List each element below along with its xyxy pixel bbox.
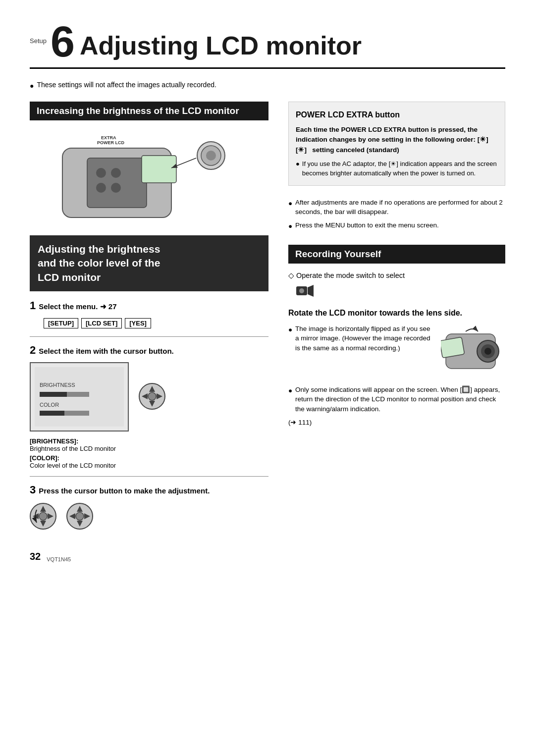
step1-number: 1 [30, 299, 36, 312]
step2-row: 2 Select the item with the cursor button… [30, 344, 268, 359]
operate-text: Operate the mode switch to select [296, 271, 405, 279]
chapter-number-block: Setup 6 [30, 20, 75, 63]
power-lcd-bullet-text: If you use the AC adaptor, the [☀] indic… [302, 159, 498, 178]
power-lcd-box: POWER LCD EXTRA button Each time the POW… [288, 102, 505, 186]
step1-ref: ➜ 27 [100, 302, 117, 311]
step1-row: 1 Select the menu. ➜ 27 [30, 299, 268, 315]
step2-label: Select the item with the cursor button. [39, 347, 174, 355]
svg-point-4 [111, 168, 121, 178]
svg-rect-2 [142, 156, 176, 183]
setup-box-setup: [SETUP] [44, 318, 78, 328]
step1-label: Select the menu. ➜ 27 [39, 302, 116, 311]
brightness-desc: Brightness of the LCD monitor [30, 445, 116, 452]
r-bullet-dot-1: ● [288, 325, 292, 335]
setup-label: Setup [30, 37, 47, 45]
svg-rect-17 [40, 392, 67, 397]
section-adjusting-title: Adjusting the brightnessand the color le… [38, 243, 160, 283]
setup-box-lcdset: [LCD SET] [81, 318, 122, 328]
svg-rect-44 [441, 337, 465, 358]
svg-point-42 [299, 288, 304, 293]
step3-number: 3 [30, 484, 36, 496]
bullet-dot: ● [30, 82, 34, 90]
lcd-color-label: [COLOR]: Color level of the LCD monitor [30, 454, 268, 469]
operate-instruction: ◇ Operate the mode switch to select [288, 271, 505, 279]
recording-header: Recording Yourself [288, 245, 505, 264]
recording-bullets-col: ● The image is horizontally flipped as i… [288, 324, 431, 357]
lcd-brightness-label: [BRIGHTNESS]: Brightness of the LCD moni… [30, 437, 268, 452]
lcd-screen-box: BRIGHTNESS COLOR [30, 362, 129, 432]
svg-point-6 [111, 183, 121, 193]
svg-text:POWER LCD: POWER LCD [97, 140, 124, 145]
svg-point-26 [148, 392, 156, 400]
recording-title: Recording Yourself [295, 249, 381, 259]
recording-bullet-1-text: The image is horizontally flipped as if … [295, 324, 431, 353]
page-title: Adjusting LCD monitor [80, 31, 362, 60]
chapter-number: 6 [51, 20, 75, 63]
r-bullet-dot-2: ● [288, 386, 292, 396]
intro-text: These settings will not affect the image… [37, 81, 216, 89]
section-brightness-title: Increasing the brightness of the LCD mon… [37, 106, 239, 116]
section-brightness-header: Increasing the brightness of the LCD mon… [30, 102, 268, 120]
recording-extra-bullets: ● Only some indications will appear on t… [288, 385, 505, 427]
right-column: POWER LCD EXTRA button Each time the POW… [288, 102, 505, 562]
power-lcd-bullet-dot: ● [296, 159, 300, 169]
recording-bullet-1: ● The image is horizontally flipped as i… [288, 324, 431, 353]
separator2 [30, 476, 268, 477]
adjusting-bullet-2-text: Press the MENU button to exit the menu s… [295, 220, 439, 230]
lcd-screen-svg: BRIGHTNESS COLOR [35, 367, 124, 427]
svg-point-3 [96, 168, 106, 178]
svg-rect-1 [87, 158, 147, 208]
setup-box-yes: [YES] [125, 318, 151, 328]
brightness-label-bold: [BRIGHTNESS]: [30, 437, 78, 445]
main-content: Increasing the brightness of the LCD mon… [30, 102, 505, 562]
left-column: Increasing the brightness of the LCD mon… [30, 102, 268, 562]
diamond-icon: ◇ [288, 271, 294, 279]
svg-rect-20 [40, 411, 64, 416]
bullet-dot-1: ● [288, 199, 292, 209]
step1-text: Select the menu. [39, 302, 98, 311]
rotate-text: Rotate the LCD monitor towards the lens … [288, 309, 462, 317]
adjusting-bullets-area: ● After adjustments are made if no opera… [288, 198, 505, 231]
recording-ref: (➜ 111) [288, 418, 505, 428]
camera-illustration-brightness: POWER LCD EXTRA [30, 128, 268, 227]
intro-bullet: ● These settings will not affect the ima… [30, 81, 505, 90]
power-lcd-title: POWER LCD EXTRA button [296, 109, 498, 121]
svg-point-47 [484, 348, 491, 355]
step2-number: 2 [30, 344, 36, 357]
color-label-bold: [COLOR]: [30, 454, 59, 462]
separator1 [30, 336, 268, 337]
svg-text:EXTRA: EXTRA [101, 135, 116, 140]
step3-label: Press the cursor button to make the adju… [39, 486, 210, 495]
svg-point-13 [206, 151, 216, 161]
bottom-right-row: ● The image is horizontally flipped as i… [288, 324, 505, 380]
cursor-button-icon [139, 383, 165, 411]
lcd-screen-area: BRIGHTNESS COLOR [30, 362, 268, 432]
step3-row: 3 Press the cursor button to make the ad… [30, 484, 268, 499]
video-icon-svg [296, 284, 314, 297]
camera-svg-recording [441, 324, 505, 378]
recording-section: Recording Yourself ◇ Operate the mode sw… [288, 245, 505, 427]
svg-point-5 [96, 183, 106, 193]
recording-bullet-2-text: Only some indications will appear on the… [295, 385, 505, 414]
page-number: 32 [30, 551, 41, 562]
adjusting-bullet-2: ● Press the MENU button to exit the menu… [288, 220, 505, 231]
page-footer: 32 VQT1N45 [30, 551, 268, 562]
adjusting-bullet-1-text: After adjustments are made if no operati… [295, 198, 505, 217]
rotate-instruction: Rotate the LCD monitor towards the lens … [288, 308, 505, 319]
cursor-right-icon [66, 503, 93, 531]
adjusting-bullet-1: ● After adjustments are made if no opera… [288, 198, 505, 217]
video-mode-icon [296, 284, 505, 301]
svg-point-39 [76, 512, 84, 520]
step3-icons-row [30, 503, 268, 531]
bullet-dot-2: ● [288, 221, 292, 231]
section-adjusting-header: Adjusting the brightnessand the color le… [30, 235, 268, 291]
adjusting-bullet-list: ● After adjustments are made if no opera… [288, 198, 505, 231]
model-code: VQT1N45 [47, 556, 71, 562]
setup-labels-row: [SETUP] [LCD SET] [YES] [44, 318, 268, 328]
power-lcd-bold-text: Each time the POWER LCD EXTRA button is … [296, 126, 488, 154]
svg-marker-41 [308, 285, 314, 297]
color-desc: Color level of the LCD monitor [30, 462, 116, 469]
recording-bullet-list: ● The image is horizontally flipped as i… [288, 324, 431, 353]
recording-bullet-2: ● Only some indications will appear on t… [288, 385, 505, 414]
camera-recording-illustration [441, 324, 505, 380]
